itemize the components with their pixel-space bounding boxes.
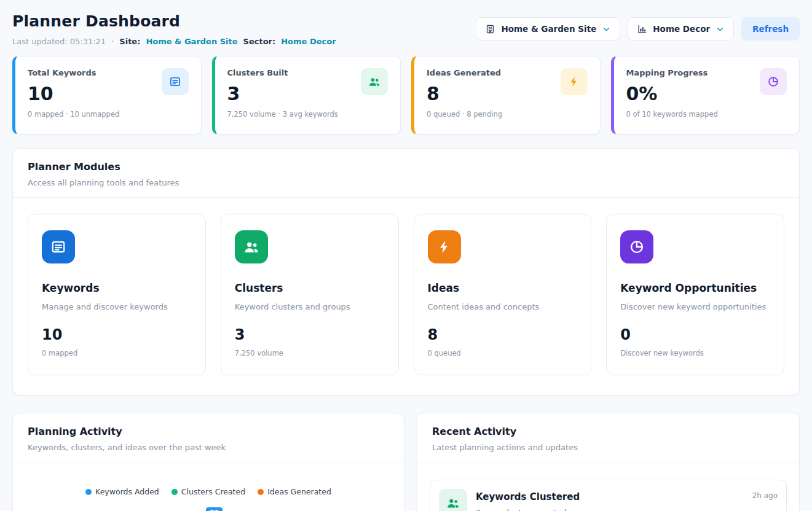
activity-chart: 25 25 24 [25, 507, 392, 511]
document-icon [162, 68, 189, 95]
stats-row: Total Keywords 10 0 mapped · 10 unmapped… [12, 56, 800, 135]
module-subtitle: 7,250 volume [235, 349, 385, 357]
meta-separator: · [111, 37, 114, 46]
modules-grid: Keywords Manage and discover keywords 10… [13, 198, 799, 395]
sector-selector-dropdown[interactable]: Home Decor [628, 17, 734, 41]
activity-item-description: 3 new clusters created [476, 508, 744, 511]
module-card-keywords[interactable]: Keywords Manage and discover keywords 10… [28, 214, 206, 375]
planning-activity-header: Planning Activity Keywords, clusters, an… [13, 413, 404, 462]
legend-label: Keywords Added [95, 487, 159, 496]
sector-link[interactable]: Home Decor [281, 37, 336, 46]
bolt-icon [561, 68, 588, 95]
chevron-down-icon [715, 25, 725, 34]
last-updated-text: Last updated: 05:31:21 [12, 37, 106, 46]
section-subtitle: Keywords, clusters, and ideas over the p… [28, 443, 389, 452]
refresh-button[interactable]: Refresh [741, 17, 800, 41]
planner-modules-panel: Planner Modules Access all planning tool… [12, 148, 800, 396]
document-icon [42, 230, 75, 263]
bolt-icon [428, 230, 461, 263]
recent-activity-header: Recent Activity Latest planning actions … [417, 413, 799, 462]
header-left: Planner Dashboard Last updated: 05:31:21… [12, 12, 336, 46]
bar-chart-icon [637, 24, 647, 34]
legend-item-keywords-added: Keywords Added [85, 487, 159, 496]
page-title: Planner Dashboard [12, 12, 336, 30]
planning-activity-panel: Planning Activity Keywords, clusters, an… [12, 413, 404, 511]
module-subtitle: 0 mapped [42, 349, 192, 357]
stat-subtitle: 0 queued · 8 pending [427, 110, 588, 119]
activity-item-body: Keywords Clustered 3 new clusters create… [476, 489, 744, 511]
legend-dot-icon [258, 489, 264, 495]
section-subtitle: Latest planning actions and updates [432, 443, 784, 452]
planner-dashboard-page: Planner Dashboard Last updated: 05:31:21… [0, 0, 812, 511]
legend-item-clusters-created: Clusters Created [171, 487, 245, 496]
legend-item-ideas-generated: Ideas Generated [258, 487, 331, 496]
module-card-clusters[interactable]: Clusters Keyword clusters and groups 3 7… [221, 214, 399, 375]
legend-label: Clusters Created [181, 487, 245, 496]
header-meta: Last updated: 05:31:21 · Site: Home & Ga… [12, 37, 336, 46]
chevron-down-icon [602, 25, 611, 34]
section-title: Planning Activity [28, 426, 389, 437]
stat-subtitle: 7,250 volume · 3 avg keywords [227, 110, 388, 119]
module-card-ideas[interactable]: Ideas Content ideas and concepts 8 0 que… [414, 214, 592, 375]
planner-modules-header: Planner Modules Access all planning tool… [13, 149, 799, 197]
module-title: Clusters [235, 282, 385, 294]
legend-dot-icon [171, 489, 178, 495]
chart-legend: Keywords Added Clusters Created Ideas Ge… [13, 487, 404, 496]
site-link[interactable]: Home & Garden Site [146, 37, 237, 46]
module-title: Keywords [42, 282, 192, 294]
building-icon [485, 24, 495, 34]
divider [417, 462, 799, 462]
module-value: 10 [42, 326, 192, 343]
activity-list-item: Keywords Clustered 3 new clusters create… [430, 480, 787, 511]
stat-subtitle: 0 of 10 keywords mapped [626, 110, 787, 119]
module-title: Keyword Opportunities [620, 282, 770, 294]
sector-selector-label: Home Decor [653, 24, 710, 34]
site-label: Site: [119, 37, 140, 46]
module-description: Manage and discover keywords [42, 302, 192, 311]
module-subtitle: Discover new keywords [620, 349, 770, 357]
stat-card-total-keywords: Total Keywords 10 0 mapped · 10 unmapped [12, 56, 202, 135]
stat-subtitle: 0 mapped · 10 unmapped [28, 110, 189, 119]
activity-item-title: Keywords Clustered [476, 491, 744, 502]
page-header: Planner Dashboard Last updated: 05:31:21… [12, 12, 800, 46]
site-selector-dropdown[interactable]: Home & Garden Site [476, 17, 620, 41]
module-card-keyword-opportunities[interactable]: Keyword Opportunities Discover new keywo… [606, 214, 784, 375]
stat-card-ideas-generated: Ideas Generated 8 0 queued · 8 pending [411, 56, 601, 135]
module-value: 0 [620, 326, 770, 343]
activity-area-chart [58, 507, 400, 511]
sector-label: Sector: [243, 37, 276, 46]
legend-label: Ideas Generated [267, 487, 331, 496]
divider [13, 462, 404, 462]
section-title: Recent Activity [432, 426, 784, 437]
module-description: Discover new keyword opportunities [620, 302, 770, 311]
pie-chart-icon [620, 230, 653, 263]
activity-item-timestamp: 2h ago [752, 489, 778, 500]
legend-dot-icon [85, 489, 92, 495]
site-selector-label: Home & Garden Site [501, 24, 596, 34]
users-icon [439, 489, 467, 511]
module-description: Keyword clusters and groups [235, 302, 385, 311]
users-icon [361, 68, 388, 95]
module-subtitle: 0 queued [428, 349, 578, 357]
section-title: Planner Modules [28, 161, 784, 173]
module-title: Ideas [428, 282, 578, 294]
header-controls: Home & Garden Site Home Decor Refresh [476, 17, 800, 41]
recent-activity-panel: Recent Activity Latest planning actions … [417, 413, 800, 511]
data-point-badge: 25 [206, 507, 223, 511]
stat-card-clusters-built: Clusters Built 3 7,250 volume · 3 avg ke… [212, 56, 401, 135]
bottom-row: Planning Activity Keywords, clusters, an… [12, 413, 800, 511]
module-value: 3 [235, 326, 385, 343]
module-value: 8 [428, 326, 578, 343]
users-icon [235, 230, 268, 263]
module-description: Content ideas and concepts [428, 302, 578, 311]
pie-chart-icon [760, 68, 787, 95]
section-subtitle: Access all planning tools and features [28, 178, 784, 187]
stat-card-mapping-progress: Mapping Progress 0% 0 of 10 keywords map… [611, 56, 800, 135]
